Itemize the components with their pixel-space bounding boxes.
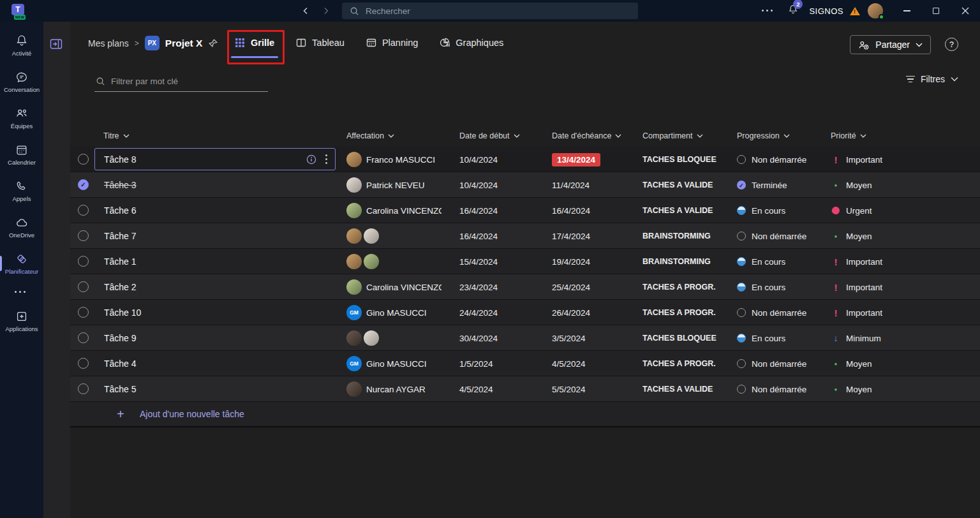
close-button[interactable] [951,0,980,22]
sidebar-more[interactable] [0,284,43,300]
task-title[interactable]: Tâche 1 [95,256,137,267]
keyword-filter-input[interactable] [111,77,267,86]
add-task-row[interactable]: + Ajout d'une nouvelle tâche [70,402,980,427]
task-title[interactable]: Tâche 2 [95,282,137,292]
title-cell[interactable]: Tâche 9 [94,327,336,349]
priority-cell[interactable]: Moyen [831,223,872,249]
column-header-titre[interactable]: Titre [103,125,130,147]
assignment-cell[interactable]: Carolina VINCENZO [346,198,458,223]
tab-tableau[interactable]: Tableau [296,22,345,64]
priority-cell[interactable]: Important [831,249,882,274]
more-menu-icon[interactable] [762,10,776,12]
bucket-label[interactable]: TACHES A VALIDE [642,198,718,223]
complete-checkbox[interactable] [78,205,89,216]
progress-cell[interactable]: En cours [737,325,785,351]
complete-checkbox[interactable] [78,281,89,292]
table-row[interactable]: Tâche 1 15/4/2024 19/4/2024 BRAINSTORMIN… [70,249,980,274]
table-row[interactable]: Tâche 6 Carolina VINCENZO 16/4/2024 16/4… [70,198,980,223]
assignment-cell[interactable]: GM Gino MASUCCI [346,300,458,325]
column-header-compartiment[interactable]: Compartiment [642,125,703,147]
start-date[interactable]: 23/4/2024 [459,274,498,300]
start-date[interactable]: 15/4/2024 [459,249,498,274]
assignment-cell[interactable] [346,325,458,351]
title-cell[interactable]: Tâche 6 [94,199,336,221]
start-date[interactable]: 16/4/2024 [459,198,498,223]
table-row[interactable]: Tâche 5 Nurcan AYGAR 4/5/2024 5/5/2024 T… [70,376,980,402]
bucket-label[interactable]: TACHES A VALIDE [642,376,718,402]
task-title[interactable]: Tâche 10 [95,307,141,318]
maximize-button[interactable] [921,0,951,22]
title-cell[interactable]: Tâche 7 [94,225,336,247]
priority-cell[interactable]: Important [831,300,882,325]
complete-checkbox[interactable] [78,358,89,369]
start-date[interactable]: 1/5/2024 [459,351,493,376]
title-cell[interactable]: Tâche 2 [94,276,336,298]
filters-dropdown[interactable]: Filtres [906,74,958,84]
priority-cell[interactable]: Moyen [831,376,872,402]
column-header-priorite[interactable]: Priorité [831,125,866,147]
bucket-label[interactable]: BRAINSTORMING [642,223,718,249]
assignment-cell[interactable]: Patrick NEVEU [346,172,458,198]
due-date[interactable]: 11/4/2024 [552,181,590,190]
assignment-cell[interactable]: Carolina VINCENZO [346,274,458,300]
progress-cell[interactable]: Non démarrée [737,223,806,249]
notifications-bell[interactable]: 2 [787,4,799,18]
task-title[interactable]: Tâche 7 [95,231,137,241]
search-input[interactable] [366,6,630,16]
bucket-label[interactable]: TACHES BLOQUEE [642,325,718,351]
bucket-label[interactable]: TACHES BLOQUEE [642,147,718,172]
nav-forward-icon[interactable] [318,0,334,22]
global-search[interactable] [342,3,638,19]
assignment-cell[interactable] [346,249,458,274]
assignment-cell[interactable] [346,223,458,249]
table-row[interactable]: Tâche 8 Franco MASUCCI 10/4/2024 13/4/20… [70,147,980,172]
table-row[interactable]: Tâche 9 30/4/2024 3/5/2024 TACHES BLOQUE… [70,325,980,351]
start-date[interactable]: 24/4/2024 [459,300,498,325]
progress-cell[interactable]: Non démarrée [737,300,806,325]
due-date[interactable]: 19/4/2024 [552,257,590,267]
complete-checkbox[interactable] [78,230,89,241]
due-date[interactable]: 16/4/2024 [552,206,590,216]
sidebar-item-chat[interactable]: Conversation [0,66,43,98]
info-icon[interactable] [306,154,316,165]
table-row[interactable]: Tâche 2 Carolina VINCENZO 23/4/2024 25/4… [70,274,980,300]
sidebar-item-activity[interactable]: Activité [0,29,43,61]
start-date[interactable]: 4/5/2024 [459,376,493,402]
bucket-label[interactable]: TACHES A PROGR. [642,300,718,325]
due-date[interactable]: 13/4/2024 [552,153,600,166]
task-title[interactable]: Tâche 6 [95,205,137,216]
priority-cell[interactable]: Minimum [831,325,881,351]
bucket-label[interactable]: TACHES A PROGR. [642,274,718,300]
progress-cell[interactable]: En cours [737,274,785,300]
title-cell[interactable]: Tâche 4 [94,352,336,374]
priority-cell[interactable]: Important [831,147,882,172]
tab-grille[interactable]: Grille [235,22,274,64]
priority-cell[interactable]: Urgent [831,198,872,223]
task-title[interactable]: Tâche 4 [95,359,137,369]
task-title[interactable]: Tâche 3 [95,180,137,190]
progress-cell[interactable]: Non démarrée [737,147,806,172]
complete-checkbox[interactable] [78,307,89,318]
assignment-cell[interactable]: Nurcan AYGAR [346,376,458,402]
start-date[interactable]: 30/4/2024 [459,325,498,351]
task-title[interactable]: Tâche 5 [95,384,137,394]
warning-icon[interactable] [850,7,860,15]
sidebar-item-planner[interactable]: Planificateur [0,248,43,279]
bucket-label[interactable]: TACHES A VALIDE [642,172,718,198]
priority-cell[interactable]: Moyen [831,351,872,376]
start-date[interactable]: 10/4/2024 [459,147,498,172]
column-header-affectation[interactable]: Affectation [346,125,394,147]
sidebar-item-teams[interactable]: Équipes [0,102,43,134]
keyword-filter[interactable] [94,71,268,92]
sidebar-item-calendar[interactable]: Calendrier [0,138,43,170]
complete-checkbox[interactable] [78,332,89,343]
table-row[interactable]: Tâche 10 GM Gino MASUCCI 24/4/2024 26/4/… [70,300,980,325]
progress-cell[interactable]: Non démarrée [737,351,806,376]
progress-cell[interactable]: Terminée [737,172,787,198]
expand-pane-icon[interactable] [50,38,63,52]
minimize-button[interactable] [892,0,921,22]
table-row[interactable]: Tâche 4 GM Gino MASUCCI 1/5/2024 4/5/202… [70,351,980,376]
column-header-progression[interactable]: Progression [737,125,790,147]
sidebar-item-apps[interactable]: Applications [0,305,43,337]
task-title[interactable]: Tâche 8 [95,154,137,165]
